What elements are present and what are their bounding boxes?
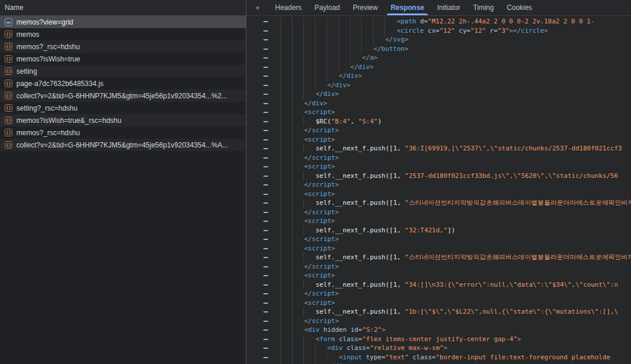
fold-toggle-icon[interactable] xyxy=(246,208,269,217)
fold-toggle-icon[interactable] xyxy=(246,317,269,326)
fold-toggle-icon[interactable] xyxy=(246,235,269,244)
code-token: script xyxy=(312,126,335,134)
network-request-row[interactable]: {} page-a7dc7632b6485334.js xyxy=(0,77,246,90)
network-request-row[interactable]: {} memos?isWish=true xyxy=(0,53,246,65)
code-text: </button> xyxy=(373,44,409,54)
fold-toggle-icon[interactable] xyxy=(246,90,269,99)
code-text: </a> xyxy=(362,53,378,63)
tab-initiator[interactable]: Initiator xyxy=(431,0,467,15)
response-code-viewer[interactable]: <path d="M12.22 2h-.44a2 2 0 0 0-2 2v.18… xyxy=(246,16,631,364)
fold-toggle-icon[interactable] xyxy=(246,298,269,308)
fold-toggle-icon[interactable] xyxy=(246,244,269,253)
code-token: class= xyxy=(413,353,436,361)
code-indent xyxy=(269,35,385,44)
fold-toggle-icon[interactable] xyxy=(246,71,269,81)
fold-toggle-icon[interactable] xyxy=(246,171,269,181)
code-token: button xyxy=(381,45,404,53)
network-request-row[interactable]: {} memos xyxy=(0,28,246,40)
code-token: "S:2" xyxy=(362,326,382,334)
network-request-row[interactable]: {} setting?_rsc=hdshu xyxy=(0,102,246,114)
tab-cookies[interactable]: Cookies xyxy=(500,0,539,15)
fold-toggle-icon[interactable] xyxy=(246,144,269,153)
code-line: </div> xyxy=(246,63,631,72)
code-token: "2537-dd180f021ccf33bd.js\",\"5620\",\"s… xyxy=(405,172,618,180)
code-token: self.__next_f.push([1, xyxy=(316,253,404,261)
fold-toggle-icon[interactable] xyxy=(246,190,269,199)
fold-toggle-icon[interactable] xyxy=(246,17,269,26)
fetch-icon: {} xyxy=(5,104,12,112)
code-token xyxy=(347,326,351,334)
fold-toggle-icon[interactable] xyxy=(246,289,269,298)
code-token: > xyxy=(544,27,548,35)
fold-toggle-icon[interactable] xyxy=(246,362,269,364)
fold-toggle-icon[interactable] xyxy=(246,162,269,171)
code-text: <div class="relative max-w-sm"> xyxy=(327,344,447,353)
fold-toggle-icon[interactable] xyxy=(246,63,269,72)
network-request-row[interactable]: {} collect?v=2&tid=G-6HHNP7KJM5&gtm=45je… xyxy=(0,90,246,102)
fetch-icon: {} xyxy=(5,80,12,87)
network-request-row[interactable]: memos?view=grid xyxy=(0,16,246,28)
code-text: <script> xyxy=(304,244,335,253)
code-text: self.__next_f.push([1, "34:[]\n33:{\"err… xyxy=(316,280,618,290)
network-request-row[interactable]: {} memos?isWish=true&_rsc=hdshu xyxy=(0,114,246,126)
code-token: script xyxy=(308,272,331,279)
fold-toggle-icon[interactable] xyxy=(246,135,269,145)
fold-toggle-icon[interactable] xyxy=(246,344,269,353)
code-token: > xyxy=(331,217,335,225)
code-line: <path d="M12.22 2h-.44a2 2 0 0 0-2 2v.18… xyxy=(246,17,631,26)
tab-timing[interactable]: Timing xyxy=(467,0,500,15)
fold-toggle-icon[interactable] xyxy=(246,226,269,235)
code-token: script xyxy=(312,181,335,188)
fetch-icon: {} xyxy=(5,141,12,149)
fold-toggle-icon[interactable] xyxy=(246,108,269,117)
code-token: </ xyxy=(513,27,521,35)
code-text: </script> xyxy=(304,180,339,190)
fold-toggle-icon[interactable] xyxy=(246,271,269,280)
tab-headers[interactable]: Headers xyxy=(269,0,308,15)
network-request-row[interactable]: {} collect?v=2&tid=G-6HHNP7KJM5&gtm=45je… xyxy=(0,139,246,151)
fold-toggle-icon[interactable] xyxy=(246,99,269,108)
code-text: <script> xyxy=(304,135,335,145)
fold-toggle-icon[interactable] xyxy=(246,217,269,226)
tab-preview[interactable]: Preview xyxy=(347,0,385,15)
code-token: > xyxy=(331,190,335,198)
code-line: </script> xyxy=(246,180,631,190)
name-column-header[interactable]: Name xyxy=(0,0,246,16)
fold-toggle-icon[interactable] xyxy=(246,307,269,317)
fold-toggle-icon[interactable] xyxy=(246,253,269,262)
fold-toggle-icon[interactable] xyxy=(246,35,269,44)
code-token: > xyxy=(373,54,378,61)
code-token: ) xyxy=(378,118,382,125)
fold-toggle-icon[interactable] xyxy=(246,262,269,272)
fold-toggle-icon[interactable] xyxy=(246,280,269,290)
fold-toggle-icon[interactable] xyxy=(246,53,269,63)
code-token: "3" xyxy=(498,27,509,35)
code-token: script xyxy=(308,217,331,225)
tab-payload[interactable]: Payload xyxy=(308,0,346,15)
code-token: "32:T421d," xyxy=(405,226,448,234)
code-token: "relative max-w-sm" xyxy=(370,344,444,352)
code-token: script xyxy=(308,108,331,116)
fold-toggle-icon[interactable] xyxy=(246,153,269,163)
fold-toggle-icon[interactable] xyxy=(246,126,269,135)
network-request-row[interactable]: {} setting xyxy=(0,65,246,77)
request-name: memos?_rsc=hdshu xyxy=(16,129,80,137)
fold-toggle-icon[interactable] xyxy=(246,44,269,54)
code-token: input xyxy=(342,353,362,361)
tab-response[interactable]: Response xyxy=(384,0,430,15)
fold-toggle-icon[interactable] xyxy=(246,198,269,208)
fold-toggle-icon[interactable] xyxy=(246,353,269,362)
close-icon[interactable]: × xyxy=(246,0,269,15)
network-request-row[interactable]: {} memos?_rsc=hdshu xyxy=(0,40,246,53)
code-indent xyxy=(269,244,304,253)
code-token: > xyxy=(509,27,513,35)
network-request-list-panel: Name memos?view=grid {} memos {} memos?_… xyxy=(0,0,246,364)
fold-toggle-icon[interactable] xyxy=(246,335,269,344)
fold-toggle-icon[interactable] xyxy=(246,81,269,90)
fold-toggle-icon[interactable] xyxy=(246,180,269,190)
network-request-row[interactable]: {} memos?_rsc=hdshu xyxy=(0,126,246,139)
code-token: "M12.22 2h-.44a2 2 0 0 0-2 2v.18a2 2 0 0… xyxy=(428,18,595,25)
fold-toggle-icon[interactable] xyxy=(246,26,269,36)
fold-toggle-icon[interactable] xyxy=(246,325,269,335)
fold-toggle-icon[interactable] xyxy=(246,117,269,126)
